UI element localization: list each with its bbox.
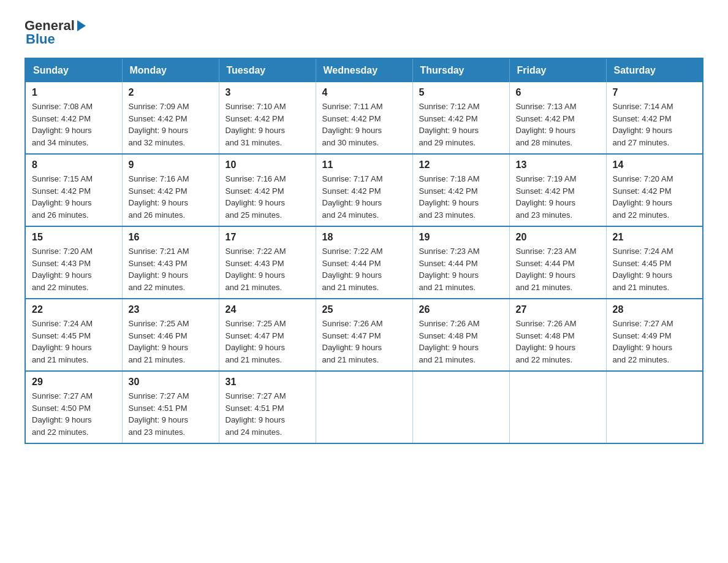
- calendar-day-cell: 11 Sunrise: 7:17 AMSunset: 4:42 PMDaylig…: [316, 154, 412, 226]
- calendar-table: SundayMondayTuesdayWednesdayThursdayFrid…: [25, 58, 703, 444]
- day-number: 28: [613, 304, 697, 315]
- day-info: Sunrise: 7:27 AMSunset: 4:51 PMDaylight:…: [129, 390, 213, 438]
- calendar-day-cell: 1 Sunrise: 7:08 AMSunset: 4:42 PMDayligh…: [25, 82, 122, 154]
- day-number: 10: [226, 159, 309, 170]
- day-info: Sunrise: 7:23 AMSunset: 4:44 PMDaylight:…: [419, 245, 503, 293]
- calendar-day-cell: [412, 371, 509, 443]
- day-number: 5: [419, 87, 503, 98]
- day-info: Sunrise: 7:17 AMSunset: 4:42 PMDaylight:…: [322, 173, 406, 221]
- day-number: 18: [322, 232, 406, 243]
- day-info: Sunrise: 7:26 AMSunset: 4:48 PMDaylight:…: [516, 318, 600, 366]
- day-number: 7: [613, 87, 697, 98]
- calendar-day-cell: 2 Sunrise: 7:09 AMSunset: 4:42 PMDayligh…: [122, 82, 219, 154]
- day-info: Sunrise: 7:08 AMSunset: 4:42 PMDaylight:…: [32, 101, 116, 148]
- calendar-day-cell: 9 Sunrise: 7:16 AMSunset: 4:42 PMDayligh…: [122, 154, 219, 226]
- calendar-day-cell: 16 Sunrise: 7:21 AMSunset: 4:43 PMDaylig…: [122, 226, 219, 299]
- calendar-day-cell: 13 Sunrise: 7:19 AMSunset: 4:42 PMDaylig…: [509, 154, 606, 226]
- day-info: Sunrise: 7:26 AMSunset: 4:47 PMDaylight:…: [322, 318, 406, 366]
- day-info: Sunrise: 7:21 AMSunset: 4:43 PMDaylight:…: [129, 245, 213, 293]
- calendar-day-cell: 4 Sunrise: 7:11 AMSunset: 4:42 PMDayligh…: [316, 82, 412, 154]
- calendar-week-row: 1 Sunrise: 7:08 AMSunset: 4:42 PMDayligh…: [25, 82, 703, 154]
- weekday-header-wednesday: Wednesday: [316, 58, 412, 82]
- day-number: 15: [32, 232, 116, 243]
- calendar-day-cell: 30 Sunrise: 7:27 AMSunset: 4:51 PMDaylig…: [122, 371, 219, 443]
- day-info: Sunrise: 7:11 AMSunset: 4:42 PMDaylight:…: [322, 101, 406, 148]
- day-info: Sunrise: 7:15 AMSunset: 4:42 PMDaylight:…: [32, 173, 116, 221]
- day-info: Sunrise: 7:12 AMSunset: 4:42 PMDaylight:…: [419, 101, 503, 148]
- day-info: Sunrise: 7:09 AMSunset: 4:42 PMDaylight:…: [129, 101, 213, 148]
- calendar-day-cell: 27 Sunrise: 7:26 AMSunset: 4:48 PMDaylig…: [509, 299, 606, 371]
- day-info: Sunrise: 7:24 AMSunset: 4:45 PMDaylight:…: [32, 318, 116, 366]
- weekday-header-row: SundayMondayTuesdayWednesdayThursdayFrid…: [25, 58, 703, 82]
- calendar-day-cell: 3 Sunrise: 7:10 AMSunset: 4:42 PMDayligh…: [219, 82, 316, 154]
- day-info: Sunrise: 7:19 AMSunset: 4:42 PMDaylight:…: [516, 173, 600, 221]
- day-info: Sunrise: 7:25 AMSunset: 4:46 PMDaylight:…: [129, 318, 213, 366]
- calendar-day-cell: 7 Sunrise: 7:14 AMSunset: 4:42 PMDayligh…: [606, 82, 703, 154]
- day-info: Sunrise: 7:27 AMSunset: 4:50 PMDaylight:…: [32, 390, 116, 438]
- calendar-day-cell: 23 Sunrise: 7:25 AMSunset: 4:46 PMDaylig…: [122, 299, 219, 371]
- day-info: Sunrise: 7:14 AMSunset: 4:42 PMDaylight:…: [613, 101, 697, 148]
- day-info: Sunrise: 7:13 AMSunset: 4:42 PMDaylight:…: [516, 101, 600, 148]
- calendar-day-cell: 19 Sunrise: 7:23 AMSunset: 4:44 PMDaylig…: [412, 226, 509, 299]
- weekday-header-friday: Friday: [509, 58, 606, 82]
- calendar-day-cell: 31 Sunrise: 7:27 AMSunset: 4:51 PMDaylig…: [219, 371, 316, 443]
- calendar-day-cell: 22 Sunrise: 7:24 AMSunset: 4:45 PMDaylig…: [25, 299, 122, 371]
- day-number: 3: [226, 87, 309, 98]
- logo-blue-word: Blue: [26, 32, 55, 47]
- calendar-day-cell: [316, 371, 412, 443]
- day-number: 26: [419, 304, 503, 315]
- svg-marker-0: [77, 20, 86, 31]
- day-number: 29: [32, 377, 116, 388]
- calendar-day-cell: 12 Sunrise: 7:18 AMSunset: 4:42 PMDaylig…: [412, 154, 509, 226]
- calendar-day-cell: 24 Sunrise: 7:25 AMSunset: 4:47 PMDaylig…: [219, 299, 316, 371]
- calendar-day-cell: 15 Sunrise: 7:20 AMSunset: 4:43 PMDaylig…: [25, 226, 122, 299]
- day-number: 9: [129, 159, 213, 170]
- calendar-day-cell: 26 Sunrise: 7:26 AMSunset: 4:48 PMDaylig…: [412, 299, 509, 371]
- day-number: 1: [32, 87, 116, 98]
- calendar-day-cell: 6 Sunrise: 7:13 AMSunset: 4:42 PMDayligh…: [509, 82, 606, 154]
- weekday-header-saturday: Saturday: [606, 58, 703, 82]
- day-number: 23: [129, 304, 213, 315]
- day-number: 25: [322, 304, 406, 315]
- day-info: Sunrise: 7:10 AMSunset: 4:42 PMDaylight:…: [226, 101, 309, 148]
- day-number: 22: [32, 304, 116, 315]
- day-number: 24: [226, 304, 309, 315]
- day-number: 13: [516, 159, 600, 170]
- day-number: 8: [32, 159, 116, 170]
- logo-arrow-icon: [75, 19, 88, 33]
- day-info: Sunrise: 7:22 AMSunset: 4:43 PMDaylight:…: [226, 245, 309, 293]
- day-info: Sunrise: 7:23 AMSunset: 4:44 PMDaylight:…: [516, 245, 600, 293]
- day-number: 4: [322, 87, 406, 98]
- weekday-header-monday: Monday: [122, 58, 219, 82]
- day-number: 11: [322, 159, 406, 170]
- calendar-day-cell: 8 Sunrise: 7:15 AMSunset: 4:42 PMDayligh…: [25, 154, 122, 226]
- calendar-day-cell: 25 Sunrise: 7:26 AMSunset: 4:47 PMDaylig…: [316, 299, 412, 371]
- day-number: 27: [516, 304, 600, 315]
- day-number: 31: [226, 377, 309, 388]
- day-info: Sunrise: 7:20 AMSunset: 4:43 PMDaylight:…: [32, 245, 116, 293]
- day-number: 16: [129, 232, 213, 243]
- day-number: 21: [613, 232, 697, 243]
- calendar-week-row: 29 Sunrise: 7:27 AMSunset: 4:50 PMDaylig…: [25, 371, 703, 443]
- day-info: Sunrise: 7:20 AMSunset: 4:42 PMDaylight:…: [613, 173, 697, 221]
- calendar-day-cell: 21 Sunrise: 7:24 AMSunset: 4:45 PMDaylig…: [606, 226, 703, 299]
- calendar-day-cell: 10 Sunrise: 7:16 AMSunset: 4:42 PMDaylig…: [219, 154, 316, 226]
- calendar-week-row: 15 Sunrise: 7:20 AMSunset: 4:43 PMDaylig…: [25, 226, 703, 299]
- calendar-week-row: 22 Sunrise: 7:24 AMSunset: 4:45 PMDaylig…: [25, 299, 703, 371]
- weekday-header-sunday: Sunday: [25, 58, 122, 82]
- calendar-day-cell: 14 Sunrise: 7:20 AMSunset: 4:42 PMDaylig…: [606, 154, 703, 226]
- day-info: Sunrise: 7:27 AMSunset: 4:51 PMDaylight:…: [226, 390, 309, 438]
- day-info: Sunrise: 7:27 AMSunset: 4:49 PMDaylight:…: [613, 318, 697, 366]
- day-info: Sunrise: 7:24 AMSunset: 4:45 PMDaylight:…: [613, 245, 697, 293]
- logo-block: General Blue: [25, 18, 88, 47]
- weekday-header-thursday: Thursday: [412, 58, 509, 82]
- day-number: 14: [613, 159, 697, 170]
- day-info: Sunrise: 7:16 AMSunset: 4:42 PMDaylight:…: [129, 173, 213, 221]
- calendar-day-cell: 17 Sunrise: 7:22 AMSunset: 4:43 PMDaylig…: [219, 226, 316, 299]
- day-info: Sunrise: 7:22 AMSunset: 4:44 PMDaylight:…: [322, 245, 406, 293]
- calendar-day-cell: [606, 371, 703, 443]
- weekday-header-tuesday: Tuesday: [219, 58, 316, 82]
- day-number: 2: [129, 87, 213, 98]
- day-info: Sunrise: 7:16 AMSunset: 4:42 PMDaylight:…: [226, 173, 309, 221]
- calendar-day-cell: [509, 371, 606, 443]
